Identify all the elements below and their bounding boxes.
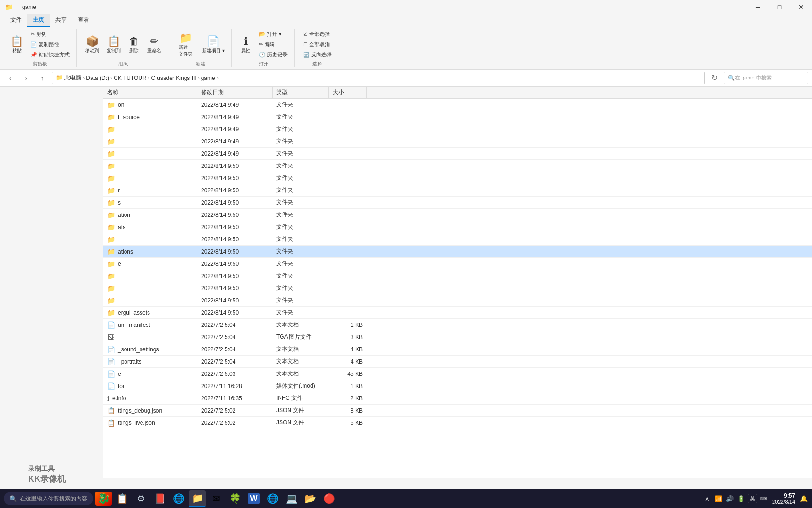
taskbar-vs-icon[interactable]: 💻 bbox=[283, 490, 300, 507]
tray-lang-icon[interactable]: 英 bbox=[748, 494, 757, 503]
header-name[interactable]: 名称 bbox=[103, 87, 197, 98]
table-row[interactable]: 📄 um_manifest 2022/7/2 5:04 文本文档 1 KB bbox=[103, 319, 812, 331]
select-all-button[interactable]: ☑ 全部选择 bbox=[300, 29, 335, 39]
table-row[interactable]: 📁 ation 2022/8/14 9:50 文件夹 bbox=[103, 209, 812, 221]
table-row[interactable]: 📁 s 2022/8/14 9:50 文件夹 bbox=[103, 197, 812, 209]
taskbar-dev-icon[interactable]: 🔴 bbox=[320, 490, 337, 507]
tray-expand-icon[interactable]: ∧ bbox=[703, 494, 712, 503]
ribbon-content: 📋 粘贴 ✂ 剪切 📄 复制路径 📌 粘贴快捷方式 bbox=[0, 27, 812, 69]
header-date[interactable]: 修改日期 bbox=[197, 87, 273, 98]
table-row[interactable]: 📁 ergui_assets 2022/8/14 9:50 文件夹 bbox=[103, 307, 812, 319]
tab-home[interactable]: 主页 bbox=[27, 14, 50, 27]
properties-button[interactable]: ℹ 属性 bbox=[237, 33, 254, 56]
table-row[interactable]: 📁 t_source 2022/8/14 9:49 文件夹 bbox=[103, 111, 812, 123]
rename-button[interactable]: ✏ 重命名 bbox=[144, 33, 164, 56]
table-row[interactable]: 📁 2022/8/14 9:50 文件夹 bbox=[103, 160, 812, 172]
table-row[interactable]: 📁 2022/8/14 9:49 文件夹 bbox=[103, 123, 812, 135]
edge-app-icon: 🌐 bbox=[173, 493, 185, 504]
taskbar-search[interactable]: 🔍 在这里输入你要搜索的内容 bbox=[4, 492, 93, 505]
tab-file[interactable]: 文件 bbox=[5, 14, 27, 27]
table-row[interactable]: 📋 ttings_debug.json 2022/7/2 5:02 JSON 文… bbox=[103, 405, 812, 417]
table-row[interactable]: 📁 ations 2022/8/14 9:50 文件夹 bbox=[103, 246, 812, 258]
sidebar bbox=[0, 87, 103, 507]
search-box[interactable]: 🔍 在 game 中搜索 bbox=[724, 72, 808, 84]
up-button[interactable]: ↑ bbox=[36, 71, 49, 85]
refresh-button[interactable]: ↻ bbox=[708, 71, 721, 85]
table-row[interactable]: 📄 _sound_settings 2022/7/2 5:04 文本文档 4 K… bbox=[103, 343, 812, 356]
address-path[interactable]: 📁 此电脑 › Data (D:) › CK TUTOUR › Crusader… bbox=[52, 72, 705, 84]
table-row[interactable]: 📁 2022/8/14 9:50 文件夹 bbox=[103, 172, 812, 184]
edit-button[interactable]: ✏ 编辑 bbox=[256, 40, 290, 49]
tray-battery-icon[interactable]: 🔋 bbox=[736, 494, 746, 503]
move-to-button[interactable]: 📦 移动到 bbox=[82, 33, 102, 56]
header-size[interactable]: 大小 bbox=[329, 87, 367, 98]
taskbar-task-icon[interactable]: 📋 bbox=[114, 490, 131, 507]
select-none-button[interactable]: ☐ 全部取消 bbox=[300, 40, 335, 49]
taskbar-steam-icon[interactable]: ⚙ bbox=[133, 490, 149, 507]
taskbar-folder-icon[interactable]: 📁 bbox=[189, 490, 206, 507]
table-row[interactable]: 📄 e 2022/7/2 5:03 文本文档 45 KB bbox=[103, 368, 812, 380]
copy-path-button[interactable]: 📄 复制路径 bbox=[28, 40, 72, 49]
tray-network-icon[interactable]: 📶 bbox=[714, 494, 723, 503]
copy-to-button[interactable]: 📋 复制到 bbox=[104, 33, 124, 56]
file-type: 文件夹 bbox=[273, 124, 329, 134]
back-button[interactable]: ‹ bbox=[4, 71, 17, 85]
table-row[interactable]: 📁 2022/8/14 9:49 文件夹 bbox=[103, 135, 812, 148]
taskbar-mail-icon[interactable]: ✉ bbox=[208, 490, 225, 507]
tray-keyboard-icon[interactable]: ⌨ bbox=[759, 494, 768, 503]
header-type[interactable]: 类型 bbox=[273, 87, 329, 98]
tab-view[interactable]: 查看 bbox=[72, 14, 95, 27]
table-row[interactable]: 📁 on 2022/8/14 9:49 文件夹 bbox=[103, 99, 812, 111]
cut-button[interactable]: ✂ 剪切 bbox=[28, 29, 72, 39]
table-row[interactable]: 📁 2022/8/14 9:50 文件夹 bbox=[103, 233, 812, 246]
taskbar-word-icon[interactable]: W bbox=[245, 490, 262, 507]
file-name: 📁 ergui_assets bbox=[103, 308, 197, 318]
taskbar-dragon-icon[interactable]: 🐉 bbox=[95, 490, 112, 507]
taskbar-app6-icon[interactable]: 🍀 bbox=[226, 490, 243, 507]
table-row[interactable]: 📁 2022/8/14 9:50 文件夹 bbox=[103, 270, 812, 282]
table-row[interactable]: 📋 ttings_live.json 2022/7/2 5:02 JSON 文件… bbox=[103, 417, 812, 429]
file-size bbox=[329, 177, 367, 179]
new-folder-button[interactable]: 📁 新建文件夹 bbox=[174, 30, 197, 59]
table-row[interactable]: 📁 2022/8/14 9:49 文件夹 bbox=[103, 148, 812, 160]
taskbar-clock[interactable]: 9:57 2022/8/14 bbox=[772, 492, 795, 505]
paste-button[interactable]: 📋 粘贴 bbox=[8, 33, 26, 56]
table-row[interactable]: ℹ e.info 2022/7/11 16:35 INFO 文件 2 KB bbox=[103, 392, 812, 405]
history-button[interactable]: 🕐 历史记录 bbox=[256, 50, 290, 60]
forward-button[interactable]: › bbox=[20, 71, 33, 85]
taskbar-browser2-icon[interactable]: 🌐 bbox=[264, 490, 281, 507]
ribbon-group-clipboard: 📋 粘贴 ✂ 剪切 📄 复制路径 📌 粘贴快捷方式 bbox=[4, 29, 77, 67]
file-size: 45 KB bbox=[329, 370, 367, 378]
folder-app-icon: 📁 bbox=[192, 492, 203, 504]
file-name: 📁 r bbox=[103, 186, 197, 195]
table-row[interactable]: 📁 r 2022/8/14 9:50 文件夹 bbox=[103, 184, 812, 197]
tray-volume-icon[interactable]: 🔊 bbox=[725, 494, 734, 503]
open-button[interactable]: 📂 打开 ▾ bbox=[256, 29, 290, 39]
invert-select-button[interactable]: 🔄 反向选择 bbox=[300, 50, 335, 60]
ribbon-group-organize: 📦 移动到 📋 复制到 🗑 删除 ✏ 重命名 组织 bbox=[78, 29, 168, 67]
taskbar-edge-icon[interactable]: 🌐 bbox=[170, 490, 187, 507]
table-row[interactable]: 📁 2022/8/14 9:50 文件夹 bbox=[103, 282, 812, 294]
taskbar-reader-icon[interactable]: 📕 bbox=[151, 490, 168, 507]
file-type: 文件夹 bbox=[273, 308, 329, 318]
maximize-button[interactable]: □ bbox=[769, 0, 790, 14]
table-row[interactable]: 📄 tor 2022/7/11 16:28 媒体文件(.mod) 1 KB bbox=[103, 380, 812, 392]
paste-shortcut-button[interactable]: 📌 粘贴快捷方式 bbox=[28, 50, 72, 60]
tab-share[interactable]: 共享 bbox=[50, 14, 72, 27]
tray-notification-icon[interactable]: 🔔 bbox=[799, 494, 808, 503]
file-type: JSON 文件 bbox=[273, 405, 329, 415]
edit-label: 编辑 bbox=[265, 41, 275, 48]
table-row[interactable]: 🖼 2022/7/2 5:04 TGA 图片文件 3 KB bbox=[103, 331, 812, 343]
file-date: 2022/8/14 9:50 bbox=[197, 296, 273, 305]
close-button[interactable]: ✕ bbox=[790, 0, 812, 14]
table-row[interactable]: 📁 ata 2022/8/14 9:50 文件夹 bbox=[103, 221, 812, 233]
table-row[interactable]: 📁 e 2022/8/14 9:50 文件夹 bbox=[103, 258, 812, 270]
new-item-button[interactable]: 📄 新建项目 ▾ bbox=[199, 33, 227, 56]
new-folder-label: 新建文件夹 bbox=[179, 44, 193, 57]
file-type: 文件夹 bbox=[273, 246, 329, 256]
delete-button[interactable]: 🗑 删除 bbox=[125, 33, 142, 56]
table-row[interactable]: 📄 _portraits 2022/7/2 5:04 文本文档 4 KB bbox=[103, 356, 812, 368]
minimize-button[interactable]: ─ bbox=[747, 0, 769, 14]
table-row[interactable]: 📁 2022/8/14 9:50 文件夹 bbox=[103, 294, 812, 307]
taskbar-files-icon[interactable]: 📂 bbox=[302, 490, 319, 507]
